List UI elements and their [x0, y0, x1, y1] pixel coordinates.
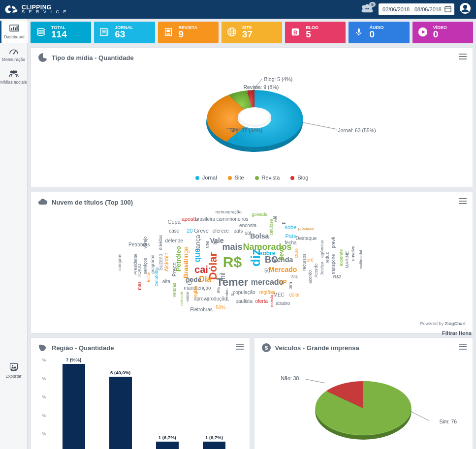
wordcloud-word: MARINE	[345, 251, 349, 269]
svg-rect-47	[459, 56, 467, 57]
wordcloud-word: remuneração	[216, 210, 242, 214]
svg-rect-46	[459, 54, 467, 55]
panel-menu-button[interactable]	[459, 343, 467, 352]
user-menu-button[interactable]	[459, 2, 471, 16]
wordcloud-word: moeda	[269, 295, 273, 307]
metric-value: 5	[306, 30, 318, 39]
metric-value: 63	[115, 30, 133, 39]
wordcloud-word: transporte	[331, 254, 336, 274]
wordcloud-word: País	[285, 233, 296, 239]
brand-subtitle: S E R V I C E	[22, 9, 68, 14]
wordcloud-word: dúvidas	[158, 235, 163, 250]
wordcloud-word: pré	[307, 257, 314, 263]
filter-link[interactable]: Filtrar Itens	[442, 330, 472, 336]
svg-text:B: B	[293, 30, 297, 35]
wordcloud-word: Gol	[187, 277, 192, 285]
region-bar: 1 (6,7%)	[203, 442, 225, 449]
svg-point-21	[12, 365, 13, 366]
calendar-icon	[444, 5, 451, 12]
wordcloud-word: abaixo	[276, 300, 290, 306]
wordcloud-word: acordo	[308, 270, 313, 284]
sidebar-export-button[interactable]: PNG Exportar	[0, 359, 28, 383]
panel-title: Região - Quantidade	[52, 344, 114, 352]
metric-tile-jornal[interactable]: JORNAL63	[94, 22, 155, 43]
wordcloud-word: alta	[162, 279, 170, 284]
wordcloud-word: 5%	[216, 287, 221, 293]
sidebar-item-label: Dashboard	[1, 34, 27, 39]
sidebar-item-midias[interactable]: Mídias sociais	[0, 66, 28, 89]
wordcloud-word: p	[281, 222, 286, 224]
powered-by: Powered by ZingChart	[38, 321, 466, 326]
wordcloud-word: deve	[277, 246, 285, 261]
site-icon	[225, 26, 238, 38]
svg-rect-60	[236, 344, 244, 345]
wordcloud-word: Petrobras	[128, 242, 150, 247]
wordcloud-word: encosta	[239, 222, 256, 228]
svg-rect-65	[459, 344, 467, 345]
main-content: TOTAL114JORNAL63REVISTA9SITE37BBLOG5ÁUDI…	[28, 19, 476, 449]
metric-value: 0	[369, 30, 383, 39]
png-icon: PNG	[8, 362, 19, 372]
svg-rect-4	[445, 7, 451, 12]
wordcloud-word: bi	[212, 240, 218, 245]
wordcloud-word: Copa	[168, 219, 181, 225]
wordcloud-word: sobre	[259, 250, 276, 257]
metric-tile-total[interactable]: TOTAL114	[31, 22, 91, 43]
wordcloud-word: mas	[137, 281, 142, 290]
svg-rect-3	[362, 9, 373, 13]
sidebar-item-dashboard[interactable]: Dashboard	[0, 21, 28, 43]
panel-menu-button[interactable]	[459, 53, 467, 61]
svg-rect-61	[236, 346, 244, 347]
svg-rect-12	[13, 27, 14, 30]
wordcloud-word: oferta	[255, 298, 268, 303]
metric-value: 37	[242, 30, 253, 39]
wordcloud-word: envolve	[350, 245, 355, 261]
wordcloud-word: Alckmin	[163, 252, 169, 271]
wordcloud-word: Destaque	[296, 236, 317, 241]
panel-media-type: Tipo de mídia - Quantidade	[31, 47, 473, 188]
cloud-icon	[38, 197, 48, 207]
wordcloud-word: compras	[117, 253, 122, 270]
metric-tile-site[interactable]: SITE37	[222, 22, 282, 43]
wordcloud-word: Justiça	[319, 262, 324, 275]
svg-rect-11	[11, 28, 12, 30]
metric-tile-video[interactable]: VÍDEO0	[413, 22, 473, 43]
wordcloud-word: Vendas	[172, 283, 177, 298]
panel-menu-button[interactable]	[459, 197, 467, 206]
panel-title: Nuvem de títulos (Top 100)	[52, 199, 133, 206]
wordcloud-word: TOKIO	[137, 264, 142, 277]
wordcloud-word: prevê	[331, 237, 336, 248]
svg-rect-27	[101, 29, 107, 36]
pie-label-sim: Sim: 76	[439, 419, 457, 424]
wordcloud-word: Alê	[273, 215, 278, 222]
wordcloud-word: R$3	[333, 274, 342, 279]
metric-tile-audio[interactable]: ÁUDIO0	[349, 22, 409, 43]
panel-menu-button[interactable]	[236, 343, 244, 352]
wordcloud-word: multimodal	[358, 250, 363, 269]
svg-rect-57	[459, 198, 467, 199]
wordcloud-word: leilão	[146, 272, 151, 282]
notification-button[interactable]: 5	[361, 3, 374, 16]
wordcloud-word: que	[193, 248, 202, 262]
wordcloud-word: perdeu	[224, 288, 229, 300]
svg-point-16	[13, 53, 14, 55]
wordcloud-word: 3%	[291, 274, 298, 279]
gauge-icon	[8, 46, 19, 55]
date-range-picker[interactable]: 02/06/2018 - 08/06/2018	[379, 3, 454, 15]
veiculos-chart: Não: 38 Sim: 76	[261, 356, 466, 449]
slice-label-blog: Blog: 5 (4%)	[264, 76, 293, 82]
sidebar-item-mensuracao[interactable]: Mensuração	[0, 43, 28, 66]
wordcloud-word: caso	[169, 228, 179, 233]
wordcloud-word: Mercado	[269, 266, 297, 273]
blog-icon: B	[289, 26, 302, 38]
revista-icon	[162, 26, 175, 38]
wordcloud-word: Eletrobras	[190, 307, 213, 312]
wordcloud-word: fecha	[285, 240, 296, 245]
wordcloud-word: expande	[339, 249, 344, 267]
panel-title: Tipo de mídia - Quantidade	[52, 54, 134, 61]
metric-tile-revista[interactable]: REVISTA9	[158, 22, 219, 43]
metric-tile-blog[interactable]: BBLOG5	[285, 22, 346, 43]
region-bar: 6 (40,0%)	[109, 377, 132, 449]
svg-rect-67	[459, 349, 467, 350]
wordcloud-word: 20	[187, 228, 192, 234]
